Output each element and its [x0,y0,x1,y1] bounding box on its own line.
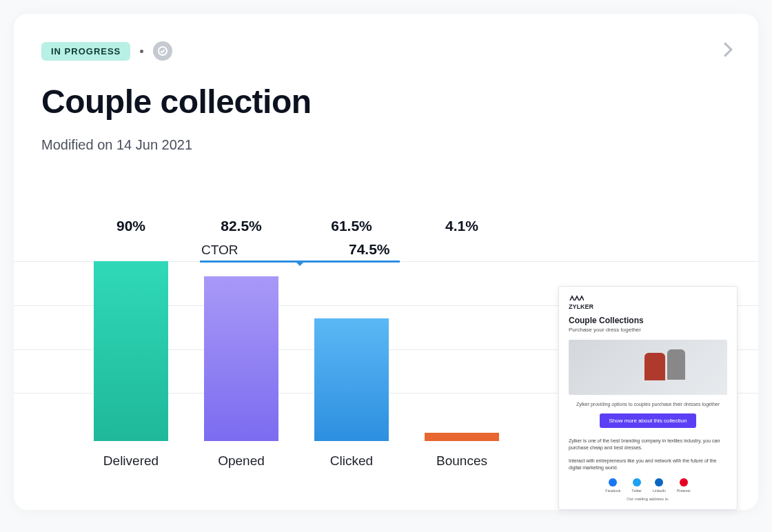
preview-paragraph-1: Zylker is one of the best branding compa… [569,438,727,451]
axis-labels: Delivered Opened Clicked Bounces [90,453,503,469]
twitter-icon [633,478,641,487]
campaign-title: Couple collection [41,83,731,121]
axis-label-delivered: Delivered [90,453,172,469]
bar-value-bounces: 4.1% [445,218,478,234]
bar-bounces [425,433,499,441]
social-twitter[interactable]: Twitter [631,478,642,493]
email-preview-card[interactable]: ZYLKER Couple Collections Purchase your … [558,286,738,510]
preview-hero-image [569,340,727,395]
bar-value-delivered: 90% [116,218,145,234]
social-pinterest[interactable]: Pinterest [677,478,691,493]
campaign-card: IN PROGRESS Couple collection Modified o… [14,14,758,510]
bar-group-container: 90% 82.5% 61.5% 4.1% [90,241,503,441]
preview-brand-logo: ZYLKER [569,295,727,310]
bar-clicked [314,318,389,441]
bar-delivered [94,261,168,441]
preview-title: Couple Collections [569,316,727,325]
axis-label-clicked: Clicked [310,453,393,469]
header-row: IN PROGRESS [41,41,731,61]
preview-social-row: Facebook Twitter LinkedIn Pinterest [569,478,727,493]
bar-value-clicked: 61.5% [331,218,372,234]
linkedin-icon [655,478,663,487]
preview-paragraph-2: Interact with entrepreneurs like you and… [569,458,727,471]
bar-opened [204,276,278,441]
preview-cta-button[interactable]: Show more about this collection [600,413,697,428]
check-circle-icon [153,41,172,61]
axis-label-opened: Opened [200,453,283,469]
bar-value-opened: 82.5% [221,218,262,234]
preview-footer: Our mailing address is: [569,497,727,501]
preview-tagline: Zylker providing options to couples purc… [569,402,727,407]
pinterest-icon [680,478,688,487]
status-badge: IN PROGRESS [41,42,130,61]
axis-label-bounces: Bounces [420,453,503,469]
social-linkedin[interactable]: LinkedIn [653,478,666,493]
social-facebook[interactable]: Facebook [605,478,620,493]
modified-date: Modified on 14 Jun 2021 [41,137,731,153]
separator-dot [140,50,143,53]
facebook-icon [609,478,617,487]
open-details-button[interactable] [722,41,733,61]
preview-subtitle: Purchase your dress together [569,327,727,333]
